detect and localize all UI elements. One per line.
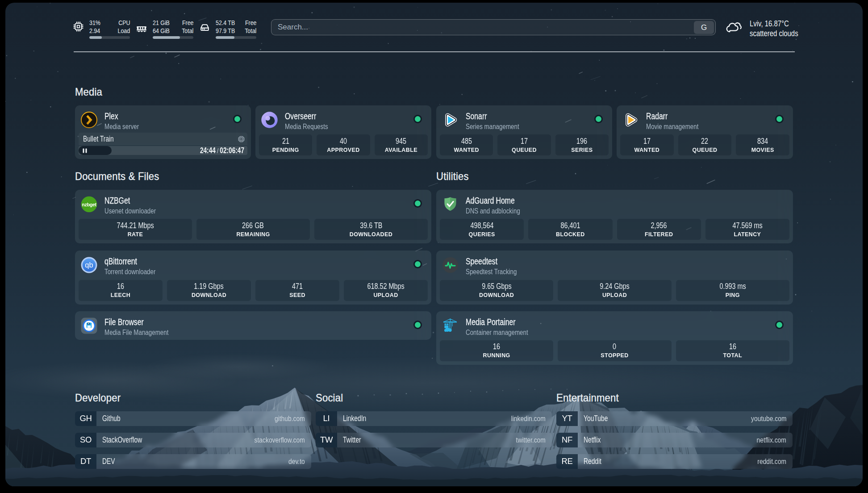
- qbittorrent-stat-upload: 618.52 MbpsUPLOAD: [344, 280, 428, 301]
- bookmark-name: Github: [102, 411, 234, 426]
- stat-label: QUEUED: [693, 147, 718, 154]
- service-stats-row: 16RUNNING 0STOPPED 16TOTAL: [440, 340, 789, 361]
- stat-label: FILTERED: [645, 231, 673, 238]
- service-text: Speedtest Speedtest Tracking: [466, 256, 529, 276]
- bookmark-linkedin[interactable]: LI LinkedIn linkedin.com: [316, 411, 552, 426]
- bookmark-name: Twitter: [343, 433, 475, 447]
- stat-label: RATE: [128, 231, 143, 238]
- stat-label: UPLOAD: [373, 292, 398, 299]
- section-title-entertainment: Entertainment: [556, 392, 619, 404]
- sonarr-stat-wanted: 485WANTED: [440, 134, 493, 155]
- service-stats-row: 744.21 MbpsRATE 266 GBREMAINING 39.6 TBD…: [79, 219, 428, 240]
- qbittorrent-stat-seed: 471SEED: [255, 280, 339, 301]
- stat-value: 9.65 Gbps: [482, 282, 511, 291]
- bookmark-stackoverflow[interactable]: SO StackOverflow stackoverflow.com: [75, 433, 311, 447]
- service-card-plex[interactable]: Plex Media server Bullet Train: [75, 105, 251, 159]
- stat-value: 0.993 ms: [719, 282, 746, 291]
- service-card-filebrowser[interactable]: File Browser Media File Management: [75, 311, 431, 340]
- stat-label: BLOCKED: [556, 231, 585, 238]
- bookmark-domain: reddit.com: [757, 454, 786, 469]
- status-dot-overseerr: [415, 116, 421, 122]
- section-title-developer: Developer: [75, 392, 121, 404]
- service-name-sonarr: Sonarr: [466, 111, 519, 122]
- service-card-speedtest[interactable]: Speedtest Speedtest Tracking 9.65 GbpsDO…: [436, 251, 793, 305]
- overseerr-stat-available: 945AVAILABLE: [375, 134, 428, 155]
- stat-value: 0: [613, 342, 616, 351]
- service-card-adguard[interactable]: AdGuard Home DNS and adblocking 498,564Q…: [436, 190, 793, 243]
- bookmark-github[interactable]: GH Github github.com: [75, 411, 311, 426]
- stat-label: DOWNLOAD: [479, 292, 514, 299]
- stat-label: SERIES: [571, 147, 593, 154]
- bookmark-name: StackOverflow: [102, 433, 215, 447]
- stat-value: 17: [521, 137, 528, 146]
- plex-progress-fill: [79, 146, 112, 155]
- stat-label: LEECH: [111, 292, 130, 299]
- service-desc-adguard: DNS and adblocking: [466, 206, 520, 216]
- service-stats-row: 498,564QUERIES 86,401BLOCKED 2,956FILTER…: [440, 219, 789, 240]
- service-card-qbittorrent[interactable]: qb qBittorrent Torrent downloader 16LEEC…: [75, 251, 431, 305]
- service-desc-qbittorrent: Torrent downloader: [104, 267, 155, 276]
- service-name-nzbget: NZBGet: [104, 195, 156, 206]
- service-name-speedtest: Speedtest: [466, 256, 517, 267]
- radarr-stat-movies: 834MOVIES: [736, 134, 789, 155]
- status-dot-filebrowser: [415, 322, 421, 328]
- portainer-stat-stopped: 0STOPPED: [558, 340, 671, 361]
- service-card-overseerr[interactable]: Overseerr Media Requests 21PENDING 40APP…: [255, 105, 431, 159]
- status-dot-portainer: [776, 322, 782, 328]
- nzbget-stat-rate: 744.21 MbpsRATE: [79, 219, 192, 240]
- speedtest-stat-upload: 9.24 GbpsUPLOAD: [558, 280, 671, 301]
- service-card-sonarr[interactable]: Sonarr Series management 485WANTED 17QUE…: [436, 105, 612, 159]
- stat-label: REMAINING: [236, 231, 270, 238]
- adguard-stat-blocked: 86,401BLOCKED: [528, 219, 612, 240]
- overseerr-stat-pending: 21PENDING: [259, 134, 312, 155]
- plex-icon: [81, 112, 97, 128]
- bookmark-reddit[interactable]: RE Reddit reddit.com: [556, 454, 793, 469]
- bookmark-abbr: NF: [556, 433, 578, 447]
- bookmark-youtube[interactable]: YT YouTube youtube.com: [556, 411, 793, 426]
- stat-label: WANTED: [634, 147, 660, 154]
- sonarr-stat-series: 196SERIES: [555, 134, 609, 155]
- stat-label: LATENCY: [734, 231, 761, 238]
- service-name-plex: Plex: [104, 111, 139, 122]
- service-header: Sonarr Series management: [442, 111, 532, 131]
- service-desc-speedtest: Speedtest Tracking: [466, 267, 517, 276]
- nzbget-stat-downloaded: 39.6 TBDOWNLOADED: [314, 219, 428, 240]
- adguard-stat-queries: 498,564QUERIES: [440, 219, 524, 240]
- service-desc-radarr: Movie management: [646, 122, 698, 131]
- service-card-radarr[interactable]: Radarr Movie management 17WANTED 22QUEUE…: [617, 105, 793, 159]
- service-name-radarr: Radarr: [646, 111, 698, 122]
- bookmark-abbr: YT: [556, 411, 578, 426]
- overseerr-stat-approved: 40APPROVED: [317, 134, 370, 155]
- status-dot-radarr: [776, 116, 782, 122]
- pause-icon[interactable]: [83, 148, 87, 153]
- stat-value: 40: [340, 137, 347, 146]
- service-text: Overseerr Media Requests: [285, 111, 338, 131]
- dashboard-screen: 31%CPU 2.94Load 21 GiBFree 64 GiBTotal: [5, 3, 863, 486]
- service-card-portainer[interactable]: Media Portainer Container management 16R…: [436, 311, 793, 365]
- bookmark-abbr: DT: [75, 454, 96, 469]
- service-text: File Browser Media File Management: [104, 317, 184, 337]
- bookmark-name: Reddit: [584, 454, 717, 469]
- service-card-nzbget[interactable]: nzbget NZBGet Usenet downloader 744.21 M…: [75, 190, 431, 243]
- service-desc-plex: Media server: [104, 122, 139, 131]
- bookmark-twitter[interactable]: TW Twitter twitter.com: [316, 433, 552, 447]
- bookmark-netflix[interactable]: NF Netflix netflix.com: [556, 433, 793, 447]
- portainer-stat-total: 16TOTAL: [676, 340, 789, 361]
- service-header: File Browser Media File Management: [81, 317, 184, 337]
- plex-time-separator: /: [217, 147, 218, 155]
- plex-progress-track[interactable]: 24:44/02:06:47: [79, 146, 247, 155]
- svg-text:qb: qb: [85, 261, 93, 269]
- radarr-stat-wanted: 17WANTED: [620, 134, 674, 155]
- bookmark-dev[interactable]: DT DEV dev.to: [75, 454, 311, 469]
- service-header: Media Portainer Container management: [442, 317, 542, 337]
- bookmark-name: Netflix: [584, 433, 716, 447]
- stat-value: 39.6 TB: [360, 221, 382, 230]
- qbittorrent-stat-download: 1.19 GbpsDOWNLOAD: [167, 280, 251, 301]
- service-name-portainer: Media Portainer: [466, 317, 528, 328]
- stat-label: SEED: [289, 292, 305, 299]
- stat-label: APPROVED: [327, 147, 359, 154]
- plex-now-playing-row: Bullet Train: [79, 133, 247, 145]
- status-dot-sonarr: [596, 116, 601, 122]
- speedtest-stat-ping: 0.993 msPING: [676, 280, 789, 301]
- adguard-stat-filtered: 2,956FILTERED: [617, 219, 701, 240]
